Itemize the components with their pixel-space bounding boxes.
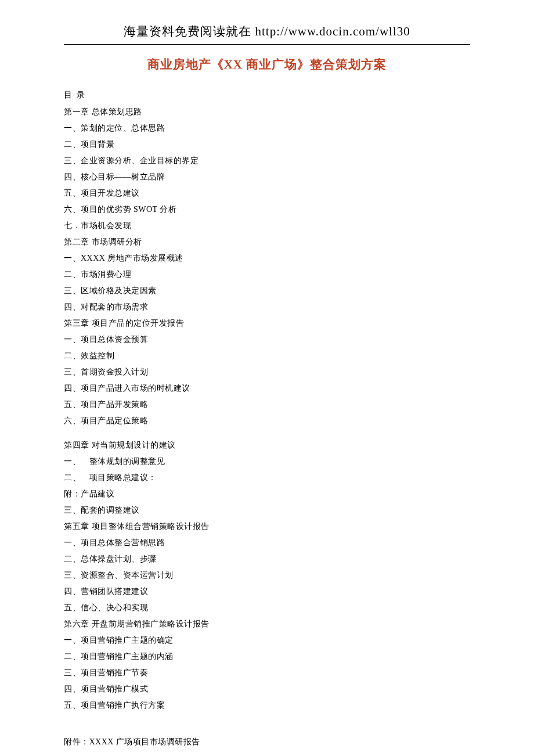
toc-section-1: 第一章 总体策划思路 一、策划的定位、总体思路 二、项目背景 三、企业资源分析、… <box>64 104 470 429</box>
appendix-line: 附件：XXXX 广场项目市场调研报告 <box>64 737 470 747</box>
toc-item: 六、项目的优劣势 SWOT 分析 <box>64 201 470 218</box>
toc-item: 三、资源整合、资本运营计划 <box>64 567 470 584</box>
toc-item: 二、总体操盘计划、步骤 <box>64 551 470 567</box>
toc-item: 四、项目产品进入市场的时机建议 <box>64 380 470 397</box>
toc-item: 四、营销团队搭建建议 <box>64 584 470 600</box>
toc-item: 四、核心目标——树立品牌 <box>64 169 470 185</box>
toc-item: 七．市场机会发现 <box>64 218 470 234</box>
toc-item: 四、项目营销推广模式 <box>64 681 470 697</box>
toc-label: 目 录 <box>64 90 470 100</box>
toc-item: 三、配套的调整建议 <box>64 502 470 519</box>
toc-item: 一、 整体规划的调整意见 <box>64 453 470 470</box>
toc-item: 第一章 总体策划思路 <box>64 104 470 120</box>
toc-item: 第四章 对当前规划设计的建议 <box>64 437 470 453</box>
page-header: 海量资料免费阅读就在 http://www.docin.com/wll30 <box>64 23 470 45</box>
toc-item: 二、效益控制 <box>64 348 470 364</box>
toc-item: 一、策划的定位、总体思路 <box>64 120 470 136</box>
toc-item: 五、项目开发总建议 <box>64 185 470 201</box>
toc-item: 五、项目产品开发策略 <box>64 397 470 413</box>
toc-item: 二、项目背景 <box>64 136 470 153</box>
toc-item: 六、项目产品定位策略 <box>64 413 470 429</box>
toc-item: 二、项目营销推广主题的内涵 <box>64 649 470 665</box>
toc-item: 第三章 项目产品的定位开发报告 <box>64 315 470 332</box>
toc-item: 三、企业资源分析、企业目标的界定 <box>64 153 470 169</box>
toc-item: 五、信心、决心和实现 <box>64 600 470 616</box>
toc-item: 一、XXXX 房地产市场发展概述 <box>64 250 470 267</box>
toc-item: 一、项目营销推广主题的确定 <box>64 632 470 649</box>
toc-item: 二、 项目策略总建议： <box>64 470 470 486</box>
toc-item: 附：产品建议 <box>64 486 470 502</box>
toc-item: 一、项目总体资金预算 <box>64 332 470 348</box>
toc-section-2: 第四章 对当前规划设计的建议 一、 整体规划的调整意见 二、 项目策略总建议： … <box>64 437 470 714</box>
document-title: 商业房地产《XX 商业广场》整合策划方案 <box>64 56 470 73</box>
toc-item: 四、对配套的市场需求 <box>64 299 470 315</box>
toc-item: 第五章 项目整体组合营销策略设计报告 <box>64 519 470 535</box>
section-gap <box>64 429 470 437</box>
toc-item: 三、区域价格及决定因素 <box>64 283 470 299</box>
toc-item: 三、首期资金投入计划 <box>64 364 470 380</box>
toc-item: 第六章 开盘前期营销推广策略设计报告 <box>64 616 470 632</box>
toc-item: 二、市场消费心理 <box>64 267 470 283</box>
toc-item: 第二章 市场调研分析 <box>64 234 470 250</box>
toc-item: 一、项目总体整合营销思路 <box>64 535 470 551</box>
toc-item: 五、项目营销推广执行方案 <box>64 697 470 714</box>
toc-item: 三、项目营销推广节奏 <box>64 665 470 681</box>
